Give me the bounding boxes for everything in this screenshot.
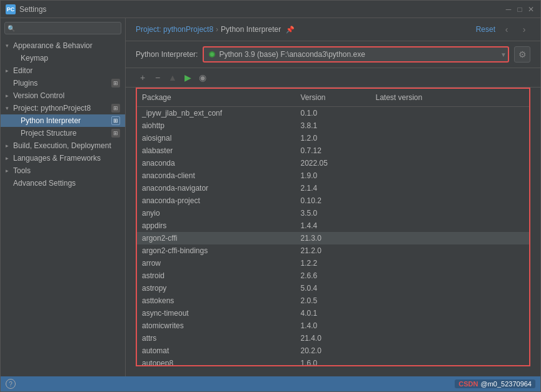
sidebar-item-editor[interactable]: ▸ Editor <box>1 64 125 77</box>
minimize-button[interactable]: ─ <box>504 5 513 14</box>
interpreter-select[interactable]: Python 3.9 (base) F:\anaconda3\python.ex… <box>203 46 509 63</box>
remove-package-button[interactable]: − <box>151 71 164 84</box>
pkg-cell-latest <box>371 170 530 181</box>
gear-icon: ⚙ <box>518 49 527 59</box>
forward-button[interactable]: › <box>518 23 530 36</box>
table-row[interactable]: argon2-cffi-bindings 21.2.0 <box>137 244 529 257</box>
arrow-icon: ▸ <box>6 168 13 174</box>
table-row[interactable]: anaconda-navigator 2.1.4 <box>137 182 529 194</box>
sidebar-item-appearance[interactable]: ▾ Appearance & Behavior <box>1 39 125 52</box>
reset-button[interactable]: Reset <box>476 25 495 34</box>
interpreter-dropdown-arrow: ▼ <box>500 51 507 58</box>
sidebar-item-version-control[interactable]: ▸ Version Control <box>1 89 125 102</box>
pkg-cell-version: 21.2.0 <box>296 245 371 256</box>
pkg-cell-version: 3.8.1 <box>296 120 371 131</box>
title-bar-controls: ─ □ ✕ <box>504 5 535 14</box>
sidebar-item-label: Plugins <box>13 79 111 88</box>
help-button[interactable]: ? <box>6 379 16 389</box>
pkg-cell-package: arrow <box>137 258 296 269</box>
sidebar-item-python-interpreter[interactable]: Python Interpreter ⊞ <box>1 114 125 127</box>
table-row[interactable]: alabaster 0.7.12 <box>137 144 529 157</box>
table-row[interactable]: arrow 1.2.2 <box>137 257 529 269</box>
pkg-cell-latest <box>371 208 530 219</box>
sidebar-item-project-structure[interactable]: Project Structure ⊞ <box>1 127 125 139</box>
search-input[interactable] <box>4 22 121 34</box>
table-row[interactable]: argon2-cffi 21.3.0 <box>137 232 529 244</box>
back-button[interactable]: ‹ <box>500 23 513 36</box>
pkg-cell-version: 20.2.0 <box>296 345 371 356</box>
table-row[interactable]: _ipyw_jlab_nb_ext_conf 0.1.0 <box>137 107 529 119</box>
window-title: Settings <box>19 5 46 14</box>
sidebar-item-label: Version Control <box>13 91 120 100</box>
pkg-cell-package: aiohttp <box>137 120 296 131</box>
table-row[interactable]: astroid 2.6.6 <box>137 269 529 282</box>
title-bar-left: PC Settings <box>6 4 46 14</box>
table-row[interactable]: async-timeout 4.0.1 <box>137 307 529 319</box>
table-row[interactable]: atomicwrites 1.4.0 <box>137 319 529 332</box>
close-button[interactable]: ✕ <box>527 5 535 14</box>
pkg-cell-package: autopep8 <box>137 358 296 365</box>
status-bar-right: CSDN @m0_52370964 <box>455 379 535 388</box>
table-row[interactable]: aiosignal 1.2.0 <box>137 132 529 144</box>
sidebar-item-label: Appearance & Behavior <box>13 41 120 50</box>
pkg-cell-version: 1.2.2 <box>296 258 371 269</box>
csdn-user: @m0_52370964 <box>480 380 532 388</box>
sidebar-item-plugins[interactable]: Plugins ⊞ <box>1 77 125 89</box>
eye-button[interactable]: ◉ <box>196 71 210 84</box>
pkg-cell-package: asttokens <box>137 295 296 306</box>
packages-table-border: Package Version Latest version _ipyw_jla… <box>136 88 530 366</box>
play-icon: ▶ <box>185 73 191 83</box>
table-row[interactable]: autopep8 1.6.0 <box>137 357 529 365</box>
breadcrumb: Project: pythonProject8 › Python Interpr… <box>126 18 540 41</box>
table-row[interactable]: automat 20.2.0 <box>137 344 529 357</box>
table-row[interactable]: anaconda-client 1.9.0 <box>137 169 529 182</box>
table-row[interactable]: attrs 21.4.0 <box>137 332 529 344</box>
right-panel: Project: pythonProject8 › Python Interpr… <box>126 18 540 376</box>
sidebar-item-build[interactable]: ▸ Build, Execution, Deployment <box>1 139 125 152</box>
run-button[interactable]: ▶ <box>181 71 195 84</box>
pkg-cell-package: alabaster <box>137 145 296 156</box>
add-package-button[interactable]: + <box>136 71 149 84</box>
sidebar-item-label: Project: pythonProject8 <box>13 104 111 113</box>
up-button[interactable]: ▲ <box>166 71 179 84</box>
title-bar: PC Settings ─ □ ✕ <box>1 1 540 18</box>
sidebar: 🔍 ▾ Appearance & Behavior Keymap ▸ Edito… <box>1 18 126 376</box>
table-row[interactable]: asttokens 2.0.5 <box>137 294 529 307</box>
packages-table-header: Package Version Latest version <box>137 89 529 107</box>
arrow-icon: ▸ <box>6 143 13 149</box>
sidebar-item-keymap[interactable]: Keymap <box>1 52 125 64</box>
sidebar-item-languages[interactable]: ▸ Languages & Frameworks <box>1 152 125 164</box>
breadcrumb-project-link[interactable]: Project: pythonProject8 <box>136 25 213 34</box>
pkg-cell-package: anaconda-project <box>137 195 296 206</box>
pkg-cell-version: 2.6.6 <box>296 270 371 281</box>
interpreter-gear-button[interactable]: ⚙ <box>514 46 530 63</box>
table-row[interactable]: appdirs 1.4.4 <box>137 219 529 232</box>
interpreter-label: Python Interpreter: <box>136 50 198 59</box>
pkg-cell-latest <box>371 245 530 256</box>
arrow-icon: ▸ <box>6 68 13 74</box>
pkg-cell-version: 1.4.0 <box>296 320 371 331</box>
table-row[interactable]: aiohttp 3.8.1 <box>137 119 529 132</box>
pkg-cell-latest <box>371 108 530 119</box>
pin-icon[interactable]: 📌 <box>286 26 295 34</box>
pkg-cell-version: 1.2.0 <box>296 133 371 144</box>
structure-icon: ⊞ <box>111 129 120 138</box>
pkg-cell-latest <box>371 183 530 194</box>
pkg-cell-version: 4.0.1 <box>296 308 371 319</box>
app-icon: PC <box>6 4 16 14</box>
sidebar-item-advanced[interactable]: Advanced Settings <box>1 177 125 189</box>
pkg-cell-package: argon2-cffi <box>137 233 296 244</box>
eye-icon: ◉ <box>199 73 206 83</box>
sidebar-item-tools[interactable]: ▸ Tools <box>1 164 125 177</box>
packages-table-body: _ipyw_jlab_nb_ext_conf 0.1.0 aiohttp 3.8… <box>137 107 529 365</box>
pkg-cell-version: 21.4.0 <box>296 333 371 344</box>
pkg-cell-latest <box>371 133 530 144</box>
table-row[interactable]: astropy 5.0.4 <box>137 282 529 294</box>
table-row[interactable]: anaconda 2022.05 <box>137 157 529 169</box>
arrow-icon: ▸ <box>6 93 13 99</box>
sidebar-item-project[interactable]: ▾ Project: pythonProject8 ⊞ <box>1 102 125 114</box>
table-row[interactable]: anyio 3.5.0 <box>137 207 529 219</box>
maximize-button[interactable]: □ <box>515 5 524 14</box>
table-row[interactable]: anaconda-project 0.10.2 <box>137 194 529 207</box>
search-box: 🔍 <box>4 22 121 34</box>
